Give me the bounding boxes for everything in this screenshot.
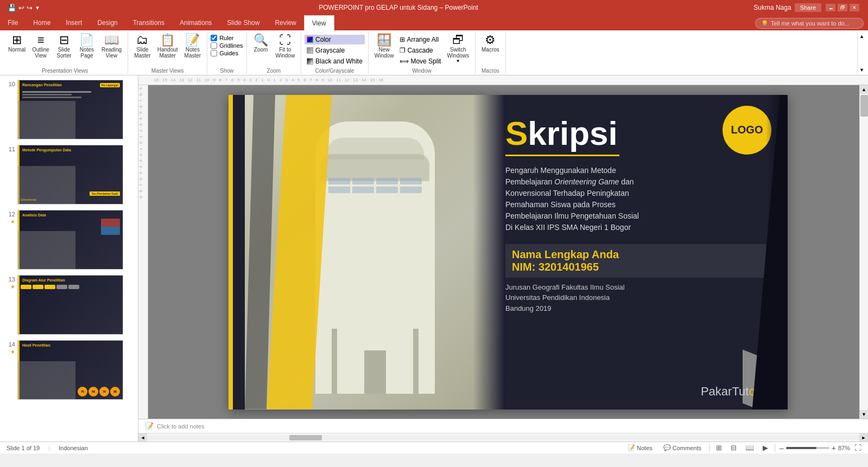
star-badge-12: ★ xyxy=(10,219,15,225)
slide-sorter-button[interactable]: ⊟ SlideSorter xyxy=(53,33,75,60)
move-split-button[interactable]: ⟺ Move Split xyxy=(397,56,443,66)
new-window-icon: 🪟 xyxy=(377,34,391,46)
tab-insert[interactable]: Insert xyxy=(58,15,90,30)
tab-animations[interactable]: Animations xyxy=(172,15,219,30)
tab-slideshow[interactable]: Slide Show xyxy=(219,15,267,30)
zoom-button[interactable]: 🔍 Zoom xyxy=(250,33,272,54)
scroll-left-arrow[interactable]: ◄ xyxy=(138,433,147,442)
slide-number-10: 10 xyxy=(4,80,15,87)
share-button[interactable]: Share xyxy=(795,3,821,12)
slide-item-11[interactable]: 11 Metode Pengumpulan Data Tes (Pemberta… xyxy=(2,143,136,207)
ruler-checkbox[interactable]: Ruler xyxy=(211,35,243,41)
tab-transitions[interactable]: Transitions xyxy=(125,15,172,30)
statusbar-reading-view[interactable]: 📖 xyxy=(743,443,756,452)
new-window-button[interactable]: 🪟 NewWindow xyxy=(372,33,397,60)
statusbar-slidesorter-view[interactable]: ⊟ xyxy=(728,443,739,452)
show-checkboxes: Ruler Gridlines Guides xyxy=(211,33,243,56)
main-content-area: · 16 · 15 · 14 · 13 · 12 · 11 · 10 · 9 ·… xyxy=(138,75,868,442)
fit-to-window-button[interactable]: ⛶ Fit toWindow xyxy=(273,33,298,60)
tab-view[interactable]: View xyxy=(304,15,334,30)
slide-canvas[interactable]: LOGO Skripsi Pengaruh Menggunakan Metode… xyxy=(148,85,868,419)
slide-item-10[interactable]: 10 Rancangan Penelitian Pro Lapangan xyxy=(2,78,136,142)
save-icon[interactable]: 💾 xyxy=(8,4,16,12)
outline-view-button[interactable]: ≡ OutlineView xyxy=(29,33,52,60)
slide-area: · 9 · 8 · 7 · 6 · 5 · 4 · 3 · 2 · 1 · 0 … xyxy=(138,85,868,419)
zoom-minus-button[interactable]: – xyxy=(780,444,784,452)
statusbar-right: 📝 Notes 💬 Comments ⊞ ⊟ 📖 ▶ – + 87% ⛶ xyxy=(624,443,861,452)
quick-access-toolbar[interactable]: 💾 ↩ ↪ ▼ xyxy=(4,4,43,12)
reading-view-button[interactable]: 📖 ReadingView xyxy=(99,33,124,60)
tab-review[interactable]: Review xyxy=(267,15,303,30)
grayscale-option[interactable]: Grayscale xyxy=(305,46,365,55)
window-title: POWERPOINT pro GELAP untuk Sidang – Powe… xyxy=(43,4,753,11)
undo-icon[interactable]: ↩ xyxy=(18,4,24,12)
zoom-plus-button[interactable]: + xyxy=(832,444,836,452)
customize-qa-icon[interactable]: ▼ xyxy=(35,5,40,11)
handout-master-button[interactable]: 📋 HandoutMaster xyxy=(155,33,181,60)
tell-me-input[interactable]: 💡 Tell me what you want to do... xyxy=(755,18,864,29)
vertical-scrollbar[interactable]: ▲ ▼ xyxy=(859,85,868,419)
restore-button[interactable]: 🗗 xyxy=(838,4,847,11)
ruler-horizontal: · 16 · 15 · 14 · 13 · 12 · 11 · 10 · 9 ·… xyxy=(138,75,868,85)
switch-windows-button[interactable]: 🗗 SwitchWindows ▼ xyxy=(444,33,472,65)
statusbar-notes-button[interactable]: 📝 Notes xyxy=(624,444,656,451)
fit-window-icon: ⛶ xyxy=(279,34,291,46)
minimize-button[interactable]: 🗕 xyxy=(826,4,835,11)
slide-photo-inner xyxy=(245,95,505,410)
thumb-badge-11: Tes (Pembertan Soal) xyxy=(90,191,120,196)
tab-design[interactable]: Design xyxy=(90,15,125,30)
scroll-right-arrow[interactable]: ► xyxy=(859,433,868,442)
slide-master-button[interactable]: 🗂 SlideMaster xyxy=(131,33,154,60)
tab-file[interactable]: File xyxy=(0,15,26,30)
slide-item-13[interactable]: 13 ★ Diagram Alur Penelitian xyxy=(2,273,136,337)
star-badge-13: ★ xyxy=(10,284,15,290)
scroll-thumb[interactable] xyxy=(860,95,868,117)
normal-view-button[interactable]: ⊞ Normal xyxy=(5,33,28,54)
slide-thumbnail-12[interactable]: Analisis Data xyxy=(17,210,123,270)
thumb-image-14 xyxy=(18,361,75,399)
zoom-slider[interactable] xyxy=(786,447,829,449)
black-white-option[interactable]: Black and White xyxy=(305,56,365,66)
scroll-down-arrow[interactable]: ▼ xyxy=(860,410,868,419)
macros-button[interactable]: ⚙ Macros xyxy=(479,33,502,54)
macros-group: ⚙ Macros Macros xyxy=(476,33,506,74)
slide-thumbnail-14[interactable]: Hasil Penelitian 75 58 79 88 xyxy=(17,340,123,400)
gridlines-checkbox[interactable]: Gridlines xyxy=(211,42,243,49)
notes-panel[interactable]: 📝 Click to add notes xyxy=(138,419,868,433)
handout-master-icon: 📋 xyxy=(160,34,175,46)
statusbar-comments-button[interactable]: 💬 Comments xyxy=(660,444,705,451)
slide-item-12[interactable]: 12 ★ Analisis Data xyxy=(2,208,136,272)
slide-photo-area xyxy=(245,95,505,410)
slide-item-14[interactable]: 14 ★ Hasil Penelitian 75 58 79 88 xyxy=(2,338,136,402)
subtitle-line6: Pembelajaran Ilmu Pengetahuan Sosial xyxy=(505,212,639,220)
zoom-percent[interactable]: 87% xyxy=(838,445,850,451)
ribbon-expand-icon[interactable]: ▼ xyxy=(859,67,864,73)
close-button[interactable]: ✕ xyxy=(850,4,859,11)
normal-view-icon: ⊞ xyxy=(12,34,22,46)
scroll-up-arrow[interactable]: ▲ xyxy=(860,85,868,94)
statusbar-normal-view[interactable]: ⊞ xyxy=(714,443,724,452)
notes-master-button[interactable]: 📝 NotesMaster xyxy=(182,33,204,60)
color-option[interactable]: Color xyxy=(305,35,365,44)
slide-thumbnail-13[interactable]: Diagram Alur Penelitian xyxy=(17,275,123,335)
institution-text: Jurusan Geografi Fakultas Ilmu Sosial Un… xyxy=(505,282,766,314)
notes-placeholder: Click to add notes xyxy=(157,423,204,430)
macros-label: Macros xyxy=(479,68,502,74)
redo-icon[interactable]: ↪ xyxy=(27,4,33,12)
fit-slide-icon[interactable]: ⛶ xyxy=(854,444,861,452)
arrange-all-button[interactable]: ⊞ Arrange All xyxy=(397,35,443,44)
horizontal-scrollbar[interactable]: ◄ ► xyxy=(138,433,868,442)
ribbon-collapse-icon[interactable]: ▲ xyxy=(859,34,864,39)
slide-thumbnail-10[interactable]: Rancangan Penelitian Pro Lapangan xyxy=(17,80,123,139)
statusbar-slideshow-view[interactable]: ▶ xyxy=(761,443,770,452)
notes-page-button[interactable]: 📄 NotesPage xyxy=(76,33,98,60)
h-scroll-thumb[interactable] xyxy=(289,435,322,440)
guides-checkbox[interactable]: Guides xyxy=(211,50,243,56)
thumb-chart-12 xyxy=(101,219,120,235)
cascade-icon: ❐ xyxy=(400,47,406,54)
ruler-vertical: · 9 · 8 · 7 · 6 · 5 · 4 · 3 · 2 · 1 · 0 … xyxy=(138,85,148,419)
slide-thumbnail-11[interactable]: Metode Pengumpulan Data Tes (Pembertan S… xyxy=(17,145,123,204)
cascade-button[interactable]: ❐ Cascade xyxy=(397,46,443,55)
subtitle-line2: Pembelajaran xyxy=(505,177,554,186)
tab-home[interactable]: Home xyxy=(26,15,58,30)
